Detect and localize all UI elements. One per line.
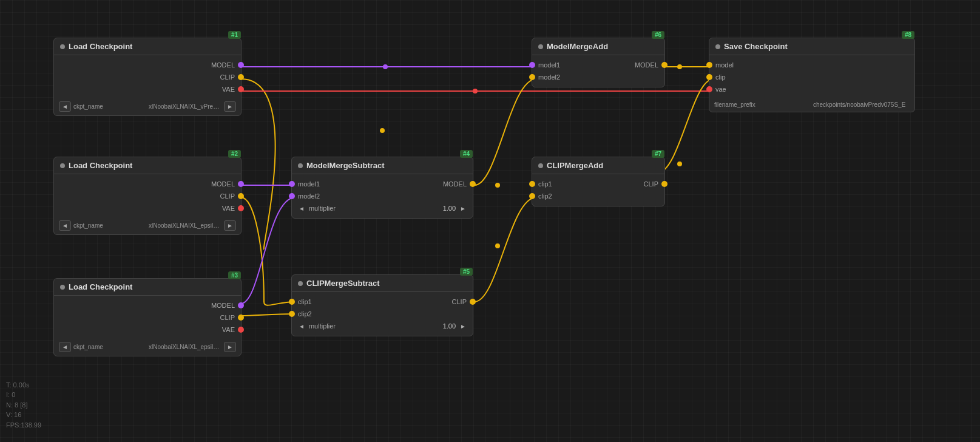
svg-point-0 (383, 64, 388, 69)
node-3-model-row: MODEL (54, 299, 241, 311)
node-2-model-port[interactable] (238, 181, 244, 187)
node-5-slider-value: 1.00 (443, 322, 456, 330)
node-5-clip-out-label: CLIP (446, 298, 473, 305)
svg-point-1 (473, 89, 478, 93)
node-7-body: clip1 CLIP clip2 (532, 174, 664, 206)
node-4-model-port-out[interactable] (470, 181, 476, 187)
node-3-clip-label: CLIP (214, 314, 241, 321)
node-4-model-out-label: MODEL (437, 180, 473, 188)
node-4-slider-right[interactable]: ► (458, 205, 468, 212)
node-2-clip-port[interactable] (238, 193, 244, 199)
node-1-play-btn-right[interactable]: ► (224, 101, 236, 112)
node-2-body: MODEL CLIP VAE (54, 174, 241, 218)
node-8-status-dot (715, 44, 720, 49)
node-5-clip2-port-in[interactable] (289, 311, 295, 317)
node-clip-merge-subtract: #5 CLIPMergeSubtract clip1 CLIP clip2 ◄ … (291, 274, 473, 336)
node-1-clip-port[interactable] (238, 74, 244, 80)
node-3-play-btn-right[interactable]: ► (224, 342, 236, 352)
node-8-clip-row: clip (709, 71, 914, 83)
node-7-header: CLIPMergeAdd (532, 157, 664, 174)
node-1-model-port[interactable] (238, 62, 244, 68)
node-2-clip-label: CLIP (214, 192, 241, 200)
node-id-badge-4: #4 (460, 150, 473, 158)
node-7-clip1-port-in[interactable] (529, 181, 535, 187)
node-2-footer-label: ckpt_name (73, 222, 146, 229)
node-3-title: Load Checkpoint (69, 282, 132, 291)
node-2-play-btn[interactable]: ◄ (59, 220, 71, 231)
node-1-footer-value: xlNoobaiXLNAIXL_vPred07... (149, 103, 221, 110)
node-1-vae-row: VAE (54, 83, 241, 95)
node-8-model-port-in[interactable] (706, 62, 712, 68)
node-4-slider-left[interactable]: ◄ (297, 205, 306, 212)
node-5-slider-left[interactable]: ◄ (297, 323, 306, 330)
node-2-vae-label: VAE (216, 205, 241, 212)
node-3-clip-port[interactable] (238, 314, 244, 321)
node-4-status-dot (298, 163, 303, 168)
node-7-title: CLIPMergeAdd (547, 161, 603, 170)
node-4-slider-label: multiplier (309, 205, 441, 212)
stats-fps: FPS:138.99 (6, 420, 41, 430)
node-load-checkpoint-2: #2 Load Checkpoint MODEL CLIP VAE ◄ ckpt… (53, 157, 242, 235)
node-1-play-btn[interactable]: ◄ (59, 101, 71, 112)
node-7-clip2-label: clip2 (532, 192, 558, 200)
node-6-model1-label: model1 (532, 61, 566, 69)
node-6-model2-port-in[interactable] (529, 74, 535, 80)
node-3-play-btn[interactable]: ◄ (59, 342, 71, 352)
node-5-clip-port-out[interactable] (470, 299, 476, 305)
node-8-vae-label: vae (709, 86, 732, 93)
node-5-clip1-row: clip1 CLIP (292, 296, 473, 308)
node-6-status-dot (538, 44, 543, 49)
node-5-clip1-port-in[interactable] (289, 299, 295, 305)
stats-t: T: 0.00s (6, 380, 41, 390)
node-5-slider-row: ◄ multiplier 1.00 ► (292, 320, 473, 332)
node-7-clip-port-out[interactable] (661, 181, 667, 187)
node-2-vae-row: VAE (54, 202, 241, 214)
node-id-badge-3: #3 (228, 271, 241, 279)
node-5-slider-right[interactable]: ► (458, 323, 468, 330)
node-1-title: Load Checkpoint (69, 42, 132, 51)
node-6-model1-row: model1 MODEL (532, 59, 664, 71)
node-3-model-port[interactable] (238, 302, 244, 308)
node-id-badge-2: #2 (228, 150, 241, 158)
node-2-play-btn-right[interactable]: ► (224, 220, 236, 231)
node-7-clip2-port-in[interactable] (529, 193, 535, 199)
node-8-header: Save Checkpoint (709, 38, 914, 55)
node-1-footer: ◄ ckpt_name xlNoobaiXLNAIXL_vPred07... ► (54, 99, 241, 115)
node-5-clip1-label: clip1 (292, 298, 318, 305)
node-6-header: ModelMergeAdd (532, 38, 664, 55)
node-2-vae-port[interactable] (238, 205, 244, 211)
node-2-header: Load Checkpoint (54, 157, 241, 174)
node-7-clip-out-label: CLIP (638, 180, 664, 188)
node-model-merge-subtract: #4 ModelMergeSubtract model1 MODEL model… (291, 157, 473, 219)
stats-i: I: 0 (6, 390, 41, 400)
node-6-model-port-out[interactable] (661, 62, 667, 68)
node-6-model-out-label: MODEL (629, 61, 664, 69)
node-4-title: ModelMergeSubtract (306, 161, 385, 170)
node-1-vae-port[interactable] (238, 86, 244, 92)
node-1-header: Load Checkpoint (54, 38, 241, 55)
node-5-header: CLIPMergeSubtract (292, 275, 473, 292)
node-8-title: Save Checkpoint (724, 42, 788, 51)
svg-point-6 (677, 162, 682, 166)
node-1-vae-label: VAE (216, 86, 241, 93)
node-load-checkpoint-3: #3 Load Checkpoint MODEL CLIP VAE ◄ ckpt… (53, 278, 242, 356)
node-4-header: ModelMergeSubtract (292, 157, 473, 174)
node-6-title: ModelMergeAdd (547, 42, 608, 51)
node-4-model2-port-in[interactable] (289, 193, 295, 199)
node-model-merge-add: #6 ModelMergeAdd model1 MODEL model2 (532, 38, 665, 87)
node-8-footer-label: filename_prefix (714, 101, 811, 108)
stats-n: N: 8 [8] (6, 400, 41, 410)
node-4-model1-port-in[interactable] (289, 181, 295, 187)
node-2-title: Load Checkpoint (69, 161, 132, 170)
stats-v: V: 16 (6, 410, 41, 420)
node-8-vae-port-in[interactable] (706, 86, 712, 92)
node-2-model-row: MODEL (54, 178, 241, 190)
node-3-vae-port[interactable] (238, 327, 244, 333)
node-8-clip-port-in[interactable] (706, 74, 712, 80)
node-save-checkpoint: #8 Save Checkpoint model clip vae filena… (709, 38, 915, 112)
node-1-body: MODEL CLIP VAE (54, 55, 241, 99)
node-6-model1-port-in[interactable] (529, 62, 535, 68)
node-5-clip2-row: clip2 (292, 308, 473, 320)
node-id-badge-7: #7 (652, 150, 664, 158)
node-8-vae-row: vae (709, 83, 914, 95)
